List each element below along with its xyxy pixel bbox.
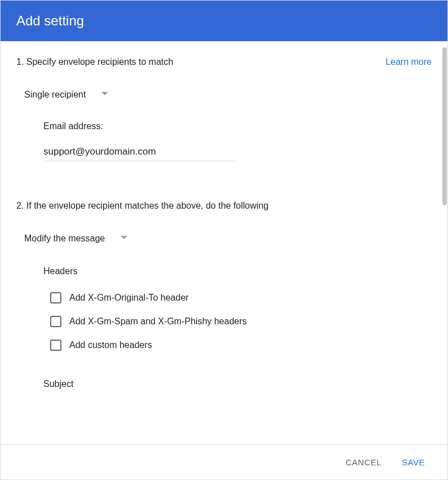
dialog-content: 1. Specify envelope recipients to match … [1, 41, 447, 421]
dialog-footer: CANCEL SAVE [1, 444, 447, 479]
cancel-button[interactable]: CANCEL [343, 455, 384, 469]
checkbox-label: Add X-Gm-Spam and X-Gm-Phishy headers [69, 316, 247, 327]
recipient-match-dropdown-label: Single recipient [24, 90, 86, 100]
action-dropdown[interactable]: Modify the message [24, 234, 127, 244]
headers-subsection-title: Headers [43, 266, 432, 276]
section-actions: 2. If the envelope recipient matches the… [16, 201, 432, 389]
checkbox-row-custom-headers[interactable]: Add custom headers [50, 340, 432, 351]
dialog-header: Add setting [1, 1, 447, 41]
action-dropdown-label: Modify the message [24, 234, 105, 244]
dialog-title: Add setting [16, 13, 84, 28]
checkbox-row-xgm-spam-phishy[interactable]: Add X-Gm-Spam and X-Gm-Phishy headers [50, 316, 432, 327]
checkbox-icon [50, 292, 61, 303]
chevron-down-icon [101, 92, 108, 95]
checkbox-label: Add X-Gm-Original-To header [69, 293, 189, 303]
email-field-block: Email address: [43, 121, 432, 161]
subject-subsection-title: Subject [43, 379, 432, 389]
dialog-content-scroll[interactable]: 1. Specify envelope recipients to match … [1, 41, 447, 444]
chevron-down-icon [121, 236, 127, 239]
add-setting-dialog: Add setting 1. Specify envelope recipien… [0, 0, 448, 480]
section1-title: 1. Specify envelope recipients to match [16, 57, 173, 67]
section2-title: 2. If the envelope recipient matches the… [16, 201, 268, 211]
learn-more-link[interactable]: Learn more [385, 57, 432, 67]
email-address-label: Email address: [43, 121, 432, 131]
email-address-input[interactable] [43, 143, 235, 161]
section1-header-row: 1. Specify envelope recipients to match … [16, 57, 432, 67]
checkbox-row-xgm-original-to[interactable]: Add X-Gm-Original-To header [50, 292, 432, 303]
section2-header-row: 2. If the envelope recipient matches the… [16, 201, 432, 211]
checkbox-label: Add custom headers [69, 340, 152, 350]
checkbox-icon [50, 340, 61, 351]
scrollbar-thumb[interactable] [442, 47, 447, 205]
recipient-match-dropdown[interactable]: Single recipient [24, 90, 108, 100]
section-specify-recipients: 1. Specify envelope recipients to match … [16, 57, 432, 161]
checkbox-icon [50, 316, 61, 327]
save-button[interactable]: SAVE [400, 455, 427, 469]
